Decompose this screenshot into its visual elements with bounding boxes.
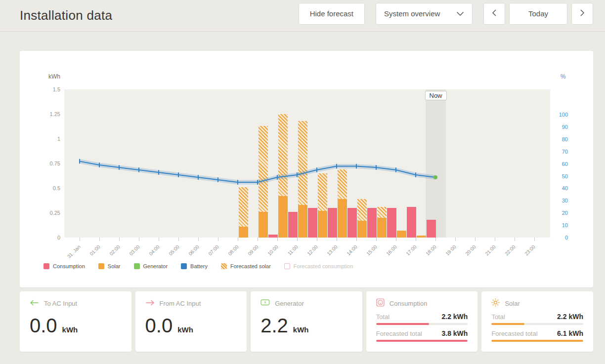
card-label: Generator <box>275 300 304 307</box>
header-controls: Hide forecast System overview Today <box>299 3 593 25</box>
x-axis-tick <box>416 238 416 241</box>
arrow-left-icon <box>30 299 39 308</box>
x-axis-tick <box>356 238 357 241</box>
stat-label: Total <box>491 313 505 321</box>
y-axis-tick-label: 80 <box>557 136 568 143</box>
legend-item-consumption[interactable]: Consumption <box>43 263 85 269</box>
y-axis-tick-label: 30 <box>557 197 568 204</box>
legend-swatch <box>221 263 227 269</box>
legend-item-generator[interactable]: Generator <box>134 263 168 269</box>
card-label: Consumption <box>389 300 428 307</box>
plot-area[interactable]: Now <box>64 89 550 238</box>
y-axis-tick-label: 100 <box>557 111 568 118</box>
y-axis-tick-label: 90 <box>557 123 568 130</box>
consumption-forecast-track <box>376 340 468 342</box>
stat-label: Total <box>376 313 389 321</box>
chevron-down-icon <box>456 9 464 18</box>
solar-forecast-track <box>491 340 583 342</box>
right-axis-unit: % <box>558 73 568 80</box>
x-axis-tick <box>534 238 535 241</box>
generator-icon <box>260 299 270 308</box>
y-axis-tick-label: 0 <box>557 234 568 241</box>
generator-unit: kWh <box>293 325 309 334</box>
x-axis-tick <box>337 238 337 241</box>
x-axis-tick <box>475 238 475 241</box>
solar-forecast-value: 6.1 kWh <box>557 329 583 337</box>
header: Installation data Hide forecast System o… <box>0 0 605 32</box>
outlet-icon <box>376 298 385 309</box>
from-ac-input-unit: kWh <box>177 325 193 334</box>
today-button[interactable]: Today <box>509 3 567 25</box>
x-axis-tick <box>198 238 199 241</box>
x-axis-tick <box>119 238 120 241</box>
y-axis-tick-label: 1.25 <box>20 111 60 118</box>
consumption-total-bar <box>376 323 430 325</box>
legend-label: Solar <box>108 263 121 269</box>
solar-card: Solar Total 2.2 kWh Forecasted total 6.1… <box>481 291 593 352</box>
legend-label: Forecasted consumption <box>294 263 353 269</box>
consumption-forecast-value: 3.8 kWh <box>441 329 468 337</box>
solar-total-bar <box>491 323 524 325</box>
stat-label: Forecasted total <box>376 330 422 337</box>
left-axis-unit: kWh <box>20 73 60 80</box>
y-axis-tick-label: 0.25 <box>20 209 60 216</box>
x-axis-tick <box>139 238 139 241</box>
legend-swatch <box>43 263 49 269</box>
hide-forecast-button[interactable]: Hide forecast <box>299 3 365 25</box>
sun-icon <box>491 298 500 309</box>
legend-item-forecasted-solar[interactable]: Forecasted solar <box>221 263 271 269</box>
prev-day-button[interactable] <box>483 3 505 25</box>
y-axis-tick-label: 1.5 <box>20 86 60 93</box>
stat-label: Forecasted total <box>491 330 537 337</box>
solar-total-value: 2.2 kWh <box>557 313 583 321</box>
legend-item-battery[interactable]: Battery <box>181 263 208 269</box>
x-axis-tick <box>178 238 179 241</box>
legend-label: Forecasted solar <box>230 263 271 269</box>
page-title: Installation data <box>20 8 112 23</box>
y-axis-tick-label: 10 <box>557 222 568 229</box>
legend-swatch <box>134 263 140 269</box>
consumption-total-track <box>376 323 468 325</box>
view-selector-label: System overview <box>384 9 440 18</box>
battery-soc-line <box>64 89 550 238</box>
y-axis-tick-label: 70 <box>557 148 568 155</box>
legend-item-solar[interactable]: Solar <box>98 263 121 269</box>
x-axis-tick <box>297 238 298 241</box>
card-label: From AC Input <box>160 300 201 307</box>
x-axis-tick <box>238 238 238 241</box>
y-axis-left: 1.51.2510.750.50.250 <box>20 89 60 238</box>
legend-swatch <box>98 263 104 269</box>
date-pager: Today <box>483 3 593 25</box>
y-axis-right: 1009080706050403020100 <box>557 89 568 238</box>
arrow-right-icon <box>145 299 155 308</box>
legend-label: Consumption <box>53 263 85 269</box>
x-axis-tick <box>376 238 377 241</box>
legend-swatch <box>181 263 187 269</box>
chevron-right-icon <box>580 9 585 18</box>
legend-item-forecasted-consumption[interactable]: Forecasted consumption <box>284 263 353 269</box>
x-axis-tick <box>455 238 456 241</box>
x-axis-tick <box>435 238 436 241</box>
y-axis-tick-label: 40 <box>557 185 568 192</box>
generator-value: 2.2 <box>260 315 288 336</box>
consumption-forecast-bar <box>376 340 468 342</box>
y-axis-tick-label: 1 <box>20 135 60 142</box>
x-axis-tick <box>495 238 495 241</box>
solar-total-track <box>491 323 583 325</box>
view-selector-dropdown[interactable]: System overview <box>376 3 473 25</box>
summary-cards-row: To AC Input 0.0 kWh From AC Input 0.0 kW… <box>20 291 593 352</box>
consumption-card: Consumption Total 2.2 kWh Forecasted tot… <box>366 291 478 352</box>
x-axis-tick <box>258 238 258 241</box>
chevron-left-icon <box>492 9 497 18</box>
to-ac-input-value: 0.0 <box>30 315 57 336</box>
y-axis-tick-label: 0.5 <box>20 185 60 192</box>
generator-card: Generator 2.2 kWh <box>251 291 362 352</box>
to-ac-input-card: To AC Input 0.0 kWh <box>20 291 131 352</box>
x-axis-tick <box>99 238 100 241</box>
x-axis-tick <box>515 238 515 241</box>
installation-chart-card: kWh % 1.51.2510.750.50.250 Now 100908070… <box>20 51 593 287</box>
card-label: Solar <box>505 300 519 307</box>
next-day-button[interactable] <box>571 3 593 25</box>
from-ac-input-value: 0.0 <box>145 315 173 336</box>
x-axis-tick <box>277 238 278 241</box>
